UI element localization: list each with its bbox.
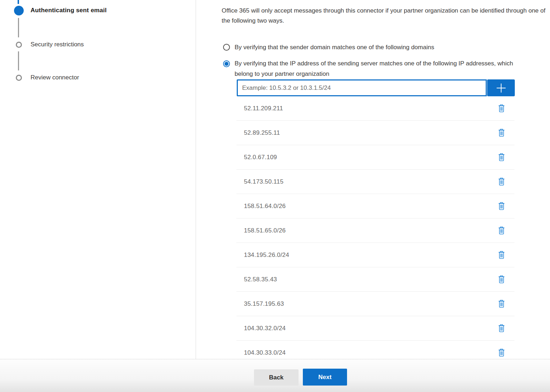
radio-option-label: By verifying that the sender domain matc… bbox=[235, 42, 434, 52]
ip-address-value: 52.58.35.43 bbox=[244, 276, 277, 283]
wizard-footer: Back Next bbox=[0, 359, 550, 392]
ip-row: 52.0.67.109 bbox=[236, 145, 514, 170]
delete-ip-button[interactable] bbox=[497, 226, 506, 235]
filled-step-circle-icon bbox=[14, 6, 24, 15]
ip-address-list: 52.11.209.211 52.89.255.11 52.0.67.109 bbox=[236, 96, 514, 359]
outline-step-circle-icon bbox=[16, 75, 22, 81]
delete-ip-button[interactable] bbox=[497, 250, 506, 260]
stepper-step-authenticating-sent-email[interactable]: Authenticating sent email bbox=[14, 5, 107, 15]
ip-entry-row bbox=[237, 79, 515, 96]
plus-icon bbox=[496, 83, 507, 93]
outline-step-circle-icon bbox=[16, 42, 22, 48]
delete-ip-button[interactable] bbox=[497, 275, 506, 284]
ip-address-value: 52.89.255.11 bbox=[244, 129, 280, 137]
ip-address-value: 104.30.33.0/24 bbox=[244, 349, 286, 356]
trash-icon bbox=[498, 202, 505, 210]
delete-ip-button[interactable] bbox=[497, 103, 506, 113]
delete-ip-button[interactable] bbox=[497, 177, 506, 186]
ip-row: 104.30.32.0/24 bbox=[236, 316, 514, 341]
back-button[interactable]: Back bbox=[254, 369, 299, 386]
trash-icon bbox=[498, 275, 505, 283]
delete-ip-button[interactable] bbox=[497, 348, 506, 358]
ip-row: 52.11.209.211 bbox=[236, 96, 514, 121]
description-text: Office 365 will only accept messages thr… bbox=[222, 6, 550, 26]
next-button[interactable]: Next bbox=[303, 369, 347, 386]
ip-row: 54.173.50.115 bbox=[236, 170, 514, 194]
radio-unselected-icon bbox=[223, 44, 230, 51]
trash-icon bbox=[498, 104, 505, 112]
ip-address-input[interactable] bbox=[237, 79, 487, 96]
ip-row: 52.89.255.11 bbox=[236, 121, 514, 145]
radio-selected-icon bbox=[223, 60, 230, 67]
stepper-connector-line bbox=[18, 51, 19, 70]
radio-option-sender-domain[interactable]: By verifying that the sender domain matc… bbox=[223, 42, 434, 52]
trash-icon bbox=[498, 349, 505, 357]
step-label: Review connector bbox=[31, 74, 79, 81]
ip-row: 35.157.195.63 bbox=[236, 292, 514, 316]
delete-ip-button[interactable] bbox=[497, 128, 506, 138]
step-label: Security restrictions bbox=[31, 41, 84, 48]
trash-icon bbox=[498, 226, 505, 235]
ip-address-value: 104.30.32.0/24 bbox=[244, 325, 286, 332]
delete-ip-button[interactable] bbox=[497, 152, 506, 162]
step-upcoming-icon bbox=[14, 73, 24, 83]
ip-row: 158.51.65.0/26 bbox=[236, 218, 514, 243]
stepper-track-segment bbox=[18, 0, 19, 4]
ip-address-value: 158.51.65.0/26 bbox=[244, 227, 286, 234]
ip-address-value: 52.0.67.109 bbox=[244, 154, 277, 161]
ip-row: 104.30.33.0/24 bbox=[236, 341, 514, 359]
ip-row: 134.195.26.0/24 bbox=[236, 243, 514, 267]
stepper-connector-line bbox=[18, 18, 19, 37]
step-upcoming-icon bbox=[14, 40, 24, 50]
sidebar-content-divider bbox=[195, 0, 196, 359]
stepper-step-review-connector[interactable]: Review connector bbox=[14, 73, 79, 83]
ip-address-value: 35.157.195.63 bbox=[244, 300, 284, 308]
trash-icon bbox=[498, 177, 505, 186]
delete-ip-button[interactable] bbox=[497, 323, 506, 333]
step-label: Authenticating sent email bbox=[31, 7, 107, 14]
trash-icon bbox=[498, 153, 505, 161]
step-active-icon bbox=[14, 5, 24, 15]
trash-icon bbox=[498, 324, 505, 332]
ip-address-value: 52.11.209.211 bbox=[244, 105, 283, 112]
ip-row: 158.51.64.0/26 bbox=[236, 194, 514, 218]
radio-option-label: By verifying that the IP address of the … bbox=[235, 58, 525, 79]
ip-address-value: 134.195.26.0/24 bbox=[244, 252, 289, 259]
delete-ip-button[interactable] bbox=[497, 201, 506, 211]
ip-address-value: 54.173.50.115 bbox=[244, 178, 283, 185]
radio-option-ip-address[interactable]: By verifying that the IP address of the … bbox=[223, 59, 525, 79]
trash-icon bbox=[498, 129, 505, 137]
stepper-step-security-restrictions[interactable]: Security restrictions bbox=[14, 40, 84, 50]
trash-icon bbox=[498, 251, 505, 259]
ip-address-value: 158.51.64.0/26 bbox=[244, 203, 286, 210]
trash-icon bbox=[498, 300, 505, 308]
radio-dot bbox=[225, 62, 228, 66]
delete-ip-button[interactable] bbox=[497, 299, 506, 309]
add-ip-button[interactable] bbox=[487, 79, 515, 96]
ip-row: 52.58.35.43 bbox=[236, 267, 514, 292]
